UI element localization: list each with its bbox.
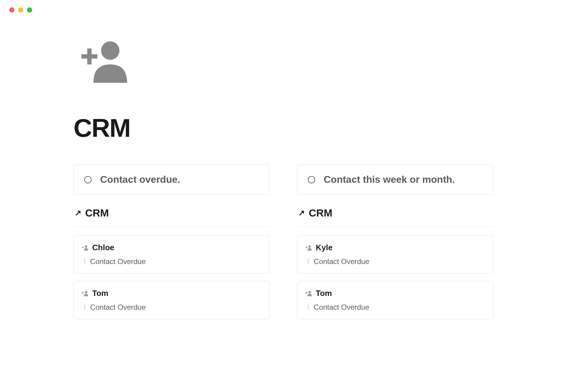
arrow-up-right-icon: ↗ bbox=[75, 208, 81, 218]
person-add-small-icon bbox=[82, 245, 89, 251]
person-add-small-icon bbox=[305, 245, 312, 251]
page-icon-person-add[interactable] bbox=[74, 38, 514, 86]
column-header-card[interactable]: Contact this week or month. bbox=[297, 164, 493, 195]
window-maximize-button[interactable] bbox=[27, 7, 32, 13]
column-header-card[interactable]: Contact overdue. bbox=[74, 164, 270, 195]
contact-card[interactable]: Kyle ! Contact Overdue bbox=[297, 235, 493, 274]
window-controls bbox=[0, 0, 588, 20]
column-this-week-month: Contact this week or month. ↗ CRM bbox=[297, 164, 493, 327]
crm-link-label: CRM bbox=[85, 207, 109, 219]
crm-database-link[interactable]: ↗ CRM bbox=[74, 202, 270, 227]
svg-rect-14 bbox=[306, 292, 307, 294]
contact-status: Contact Overdue bbox=[90, 303, 145, 312]
svg-rect-5 bbox=[83, 246, 83, 248]
contact-status-row: ! Contact Overdue bbox=[305, 303, 485, 312]
person-add-small-icon bbox=[82, 291, 89, 296]
contact-name-row: Chloe bbox=[82, 243, 261, 252]
contact-status-row: ! Contact Overdue bbox=[82, 303, 261, 312]
svg-point-9 bbox=[308, 245, 311, 248]
person-add-icon bbox=[74, 38, 135, 84]
contact-card[interactable]: Tom ! Contact Overdue bbox=[74, 281, 270, 319]
contact-status: Contact Overdue bbox=[314, 303, 369, 312]
contact-status: Contact Overdue bbox=[314, 257, 369, 266]
window-minimize-button[interactable] bbox=[18, 7, 23, 13]
circle-icon bbox=[84, 176, 92, 183]
page-content: CRM Contact overdue. ↗ CRM bbox=[0, 20, 588, 327]
contact-name: Tom bbox=[316, 289, 332, 298]
window-close-button[interactable] bbox=[9, 7, 14, 13]
exclamation-icon: ! bbox=[307, 258, 309, 266]
column-overdue: Contact overdue. ↗ CRM bbox=[74, 164, 270, 327]
contact-name-row: Kyle bbox=[305, 243, 485, 252]
page-title[interactable]: CRM bbox=[74, 113, 514, 143]
svg-rect-2 bbox=[87, 48, 92, 64]
svg-point-0 bbox=[101, 41, 119, 60]
crm-link-label: CRM bbox=[309, 207, 332, 219]
contact-status-row: ! Contact Overdue bbox=[305, 257, 485, 266]
exclamation-icon: ! bbox=[307, 303, 309, 311]
contact-name: Chloe bbox=[92, 243, 114, 252]
crm-database-link[interactable]: ↗ CRM bbox=[297, 202, 493, 227]
column-header-text: Contact overdue. bbox=[100, 174, 180, 185]
contact-card[interactable]: Chloe ! Contact Overdue bbox=[74, 235, 270, 274]
svg-rect-11 bbox=[306, 246, 307, 248]
contact-name: Kyle bbox=[316, 243, 333, 252]
exclamation-icon: ! bbox=[84, 258, 86, 266]
svg-point-6 bbox=[85, 291, 87, 293]
column-header-text: Contact this week or month. bbox=[324, 174, 455, 185]
contact-status-row: ! Contact Overdue bbox=[82, 257, 261, 266]
exclamation-icon: ! bbox=[84, 303, 86, 311]
arrow-up-right-icon: ↗ bbox=[298, 208, 305, 218]
contact-card[interactable]: Tom ! Contact Overdue bbox=[297, 281, 493, 319]
contact-status: Contact Overdue bbox=[90, 257, 145, 266]
contact-name-row: Tom bbox=[305, 289, 485, 298]
contact-name: Tom bbox=[92, 289, 108, 298]
svg-point-12 bbox=[308, 291, 311, 293]
columns-container: Contact overdue. ↗ CRM bbox=[74, 164, 514, 327]
circle-icon bbox=[308, 176, 315, 183]
svg-point-3 bbox=[85, 245, 87, 248]
svg-rect-8 bbox=[83, 292, 83, 294]
contact-name-row: Tom bbox=[82, 289, 261, 298]
person-add-small-icon bbox=[305, 291, 312, 296]
